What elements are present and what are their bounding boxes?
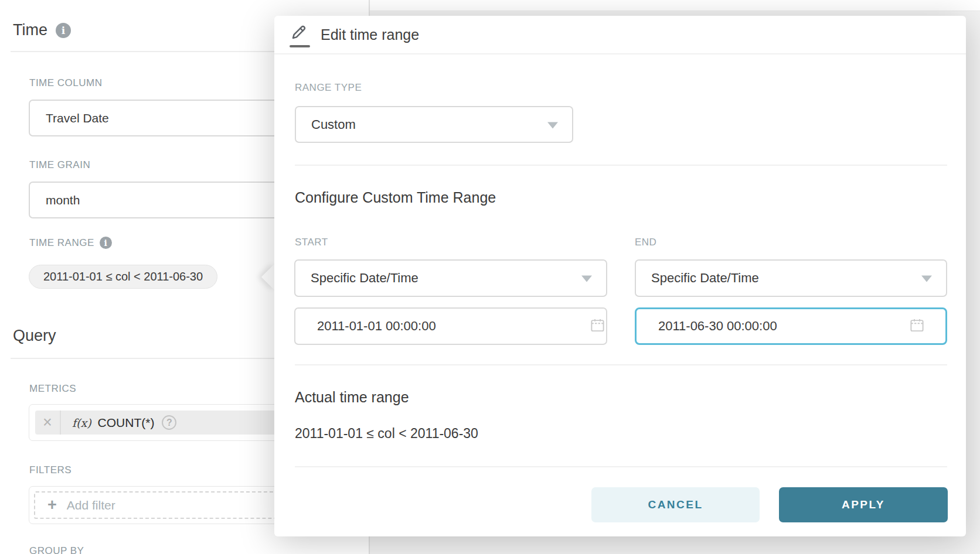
header-divider bbox=[274, 53, 966, 54]
plus-icon: + bbox=[47, 497, 57, 513]
start-label: START bbox=[295, 237, 328, 248]
section-divider bbox=[295, 165, 947, 166]
chevron-down-icon bbox=[921, 276, 932, 282]
info-icon[interactable]: i bbox=[56, 23, 71, 38]
info-icon[interactable]: i bbox=[100, 237, 112, 249]
section-divider bbox=[295, 364, 947, 365]
query-section-title-text: Query bbox=[13, 327, 56, 345]
remove-metric-icon[interactable]: × bbox=[35, 411, 61, 435]
chevron-down-icon bbox=[581, 276, 592, 282]
start-mode-select[interactable]: Specific Date/Time bbox=[294, 259, 607, 297]
group-by-label-text: GROUP BY bbox=[29, 545, 84, 554]
end-mode-value: Specific Date/Time bbox=[651, 271, 759, 286]
end-mode-select[interactable]: Specific Date/Time bbox=[635, 259, 947, 297]
time-section-title-text: Time bbox=[13, 21, 47, 39]
end-datetime-input[interactable] bbox=[635, 307, 947, 345]
metric-expression: COUNT(*) bbox=[98, 416, 155, 430]
edit-time-range-popover: Edit time range RANGE TYPE Custom Config… bbox=[274, 16, 966, 536]
fx-icon: f(x) bbox=[72, 416, 91, 429]
group-by-label: GROUP BY bbox=[29, 545, 84, 554]
edit-icon bbox=[290, 23, 311, 49]
metrics-label-text: METRICS bbox=[29, 383, 76, 395]
help-icon[interactable]: ? bbox=[162, 415, 176, 430]
configure-heading: Configure Custom Time Range bbox=[295, 189, 496, 206]
cancel-button[interactable]: CANCEL bbox=[591, 487, 760, 522]
filters-label-text: FILTERS bbox=[29, 464, 72, 476]
explore-page: Time i TIME COLUMN Travel Date TIME GRAI… bbox=[0, 0, 980, 554]
actual-range-value: 2011-01-01 ≤ col < 2011-06-30 bbox=[295, 426, 478, 442]
time-grain-value: month bbox=[46, 193, 80, 207]
range-type-value: Custom bbox=[311, 117, 356, 132]
actual-range-heading: Actual time range bbox=[295, 389, 409, 406]
chevron-down-icon bbox=[547, 122, 558, 128]
edit-icon-underline bbox=[290, 45, 310, 47]
end-label: END bbox=[635, 237, 656, 248]
time-section-title: Time i bbox=[13, 21, 71, 39]
popover-title: Edit time range bbox=[321, 26, 419, 43]
range-type-select[interactable]: Custom bbox=[295, 106, 573, 143]
filters-label: FILTERS bbox=[29, 464, 72, 476]
query-section-title: Query bbox=[13, 327, 56, 345]
time-column-label: TIME COLUMN bbox=[29, 77, 103, 89]
time-column-label-text: TIME COLUMN bbox=[29, 77, 103, 89]
metrics-label: METRICS bbox=[29, 383, 76, 395]
time-range-label: TIME RANGE i bbox=[29, 237, 112, 249]
time-range-label-text: TIME RANGE bbox=[29, 237, 94, 249]
footer-divider bbox=[295, 466, 947, 467]
time-range-pill[interactable]: 2011-01-01 ≤ col < 2011-06-30 bbox=[29, 265, 217, 289]
time-grain-label-text: TIME GRAIN bbox=[29, 159, 90, 171]
range-type-label: RANGE TYPE bbox=[295, 82, 362, 94]
time-grain-label: TIME GRAIN bbox=[29, 159, 90, 171]
start-mode-value: Specific Date/Time bbox=[311, 271, 418, 286]
time-column-value: Travel Date bbox=[46, 111, 109, 125]
add-filter-text: Add filter bbox=[67, 498, 115, 512]
time-range-pill-text: 2011-01-01 ≤ col < 2011-06-30 bbox=[43, 270, 203, 283]
apply-button[interactable]: APPLY bbox=[779, 487, 948, 522]
start-datetime-input[interactable] bbox=[294, 307, 607, 345]
